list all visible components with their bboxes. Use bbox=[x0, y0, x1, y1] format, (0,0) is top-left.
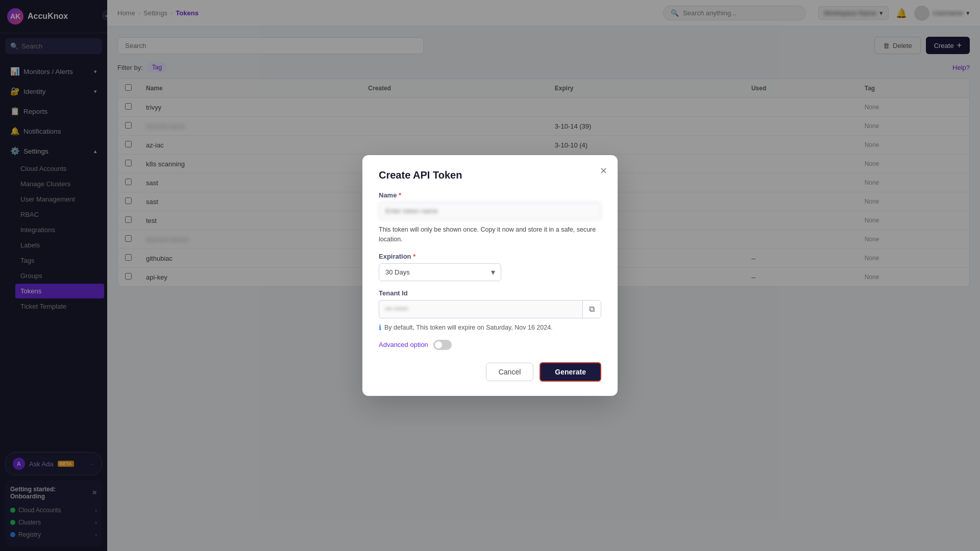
name-input[interactable] bbox=[379, 202, 601, 220]
name-label: Name * bbox=[379, 191, 601, 199]
advanced-option-toggle[interactable] bbox=[433, 340, 452, 350]
modal-overlay: Create API Token ✕ Name * This token wil… bbox=[0, 0, 980, 551]
required-marker: * bbox=[399, 191, 401, 199]
tenant-id-section: Tenant Id ••• •••••• ⧉ bbox=[379, 289, 601, 318]
toggle-slider bbox=[433, 340, 452, 350]
expiration-select[interactable]: 7 Days 14 Days 30 Days 60 Days 90 Days C… bbox=[379, 263, 501, 281]
required-marker: * bbox=[413, 253, 415, 260]
copy-tenant-id-button[interactable]: ⧉ bbox=[582, 300, 601, 318]
modal-title: Create API Token bbox=[379, 169, 601, 181]
tenant-id-value: ••• •••••• bbox=[379, 300, 582, 317]
expiration-label: Expiration * bbox=[379, 253, 601, 260]
expiration-select-wrap: 7 Days 14 Days 30 Days 60 Days 90 Days C… bbox=[379, 263, 501, 281]
modal-close-button[interactable]: ✕ bbox=[600, 165, 607, 177]
modal-actions: Cancel Generate bbox=[379, 362, 601, 382]
create-api-token-modal: Create API Token ✕ Name * This token wil… bbox=[362, 155, 618, 396]
token-info-text: This token will only be shown once. Copy… bbox=[379, 225, 601, 244]
cancel-button[interactable]: Cancel bbox=[486, 363, 534, 381]
expire-info: ℹ By default, This token will expire on … bbox=[379, 323, 601, 332]
generate-button[interactable]: Generate bbox=[540, 362, 601, 382]
info-icon: ℹ bbox=[379, 323, 381, 332]
advanced-option-row: Advanced option bbox=[379, 340, 601, 350]
advanced-option-label[interactable]: Advanced option bbox=[379, 341, 428, 348]
tenant-id-field: ••• •••••• ⧉ bbox=[379, 300, 601, 318]
tenant-id-label: Tenant Id bbox=[379, 289, 601, 297]
